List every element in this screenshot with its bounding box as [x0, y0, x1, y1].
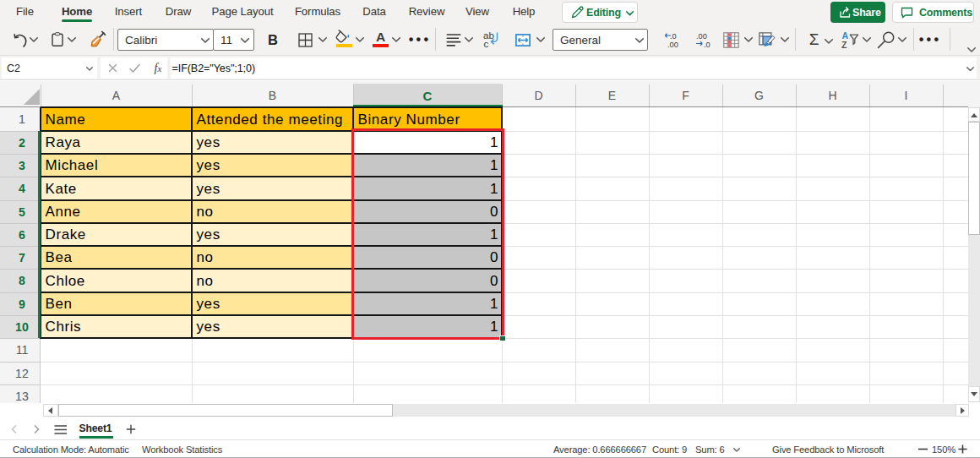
svg-text:.0: .0 [704, 40, 710, 48]
svg-text:.00: .00 [667, 40, 678, 48]
svg-text:Z: Z [841, 40, 847, 50]
svg-text:.0: .0 [670, 32, 677, 41]
svg-text:c: c [484, 39, 489, 49]
svg-text:.00: .00 [696, 32, 707, 41]
